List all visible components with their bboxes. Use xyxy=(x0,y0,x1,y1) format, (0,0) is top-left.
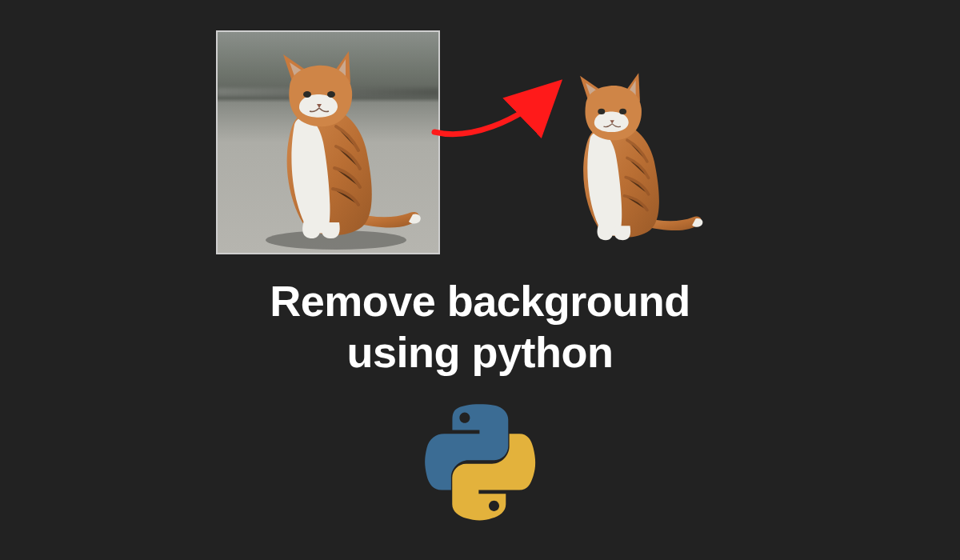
svg-point-4 xyxy=(619,109,626,114)
svg-point-1 xyxy=(303,91,311,98)
before-image xyxy=(216,30,440,254)
comparison-images xyxy=(0,30,960,278)
heading-line-1: Remove background xyxy=(0,276,960,327)
svg-point-2 xyxy=(327,91,335,98)
after-image xyxy=(520,54,744,278)
cat-with-bg xyxy=(216,30,440,254)
heading-line-2: using python xyxy=(0,327,960,378)
svg-point-3 xyxy=(598,109,605,114)
page-title: Remove background using python xyxy=(0,276,960,378)
cat-no-bg xyxy=(520,54,720,254)
python-logo-icon xyxy=(420,404,540,524)
